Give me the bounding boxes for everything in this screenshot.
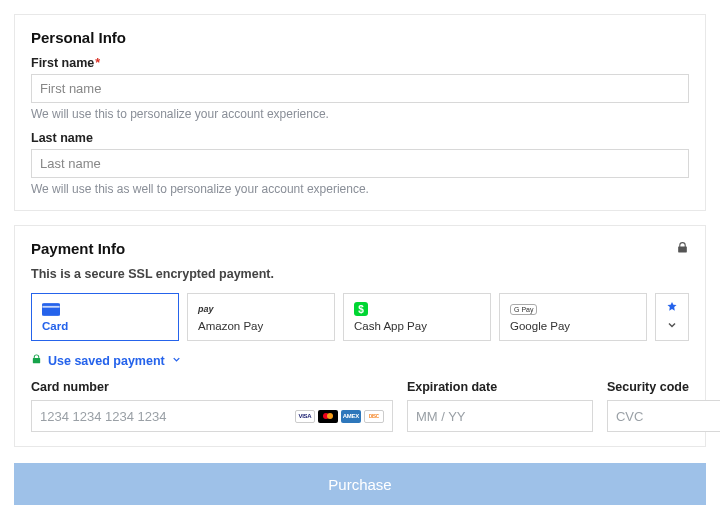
amex-icon: AMEX [341,410,361,423]
card-brand-icons: VISA AMEX DISC [295,410,384,423]
ssl-note: This is a secure SSL encrypted payment. [31,267,274,281]
first-name-label-text: First name [31,56,94,70]
card-number-field: Card number VISA AMEX DISC [31,380,393,432]
google-pay-icon: G Pay [510,302,636,316]
first-name-input[interactable] [31,74,689,103]
lock-icon [676,240,689,258]
alipay-icon [666,300,678,315]
use-saved-payment-link[interactable]: Use saved payment [31,353,689,368]
chevron-down-icon [666,319,678,334]
first-name-field: First name* We will use this to personal… [31,56,689,121]
personal-info-title: Personal Info [31,29,689,46]
personal-info-section: Personal Info First name* We will use th… [14,14,706,211]
svg-rect-0 [42,303,60,315]
amazon-pay-icon: pay [198,302,324,316]
svg-rect-1 [42,305,60,307]
card-number-input-wrap[interactable]: VISA AMEX DISC [31,400,393,432]
expiration-input-wrap[interactable] [407,400,593,432]
expiration-label: Expiration date [407,380,593,394]
first-name-label: First name* [31,56,689,70]
payment-method-cashapp-label: Cash App Pay [354,320,480,332]
last-name-label: Last name [31,131,689,145]
last-name-field: Last name We will use this as well to pe… [31,131,689,196]
use-saved-payment-text: Use saved payment [48,354,165,368]
payment-method-card[interactable]: Card [31,293,179,341]
payment-method-amazon-label: Amazon Pay [198,320,324,332]
payment-method-google-label: Google Pay [510,320,636,332]
cashapp-icon: $ [354,302,480,316]
mastercard-icon [318,410,338,423]
payment-method-google[interactable]: G Pay Google Pay [499,293,647,341]
first-name-help: We will use this to personalize your acc… [31,107,689,121]
chevron-down-icon [171,354,182,368]
payment-method-more[interactable] [655,293,689,341]
lock-green-icon [31,353,42,368]
cvc-input[interactable] [616,409,720,424]
card-number-label: Card number [31,380,393,394]
expiration-field: Expiration date [407,380,593,432]
cvc-field: Security code 123 [607,380,720,432]
cvc-input-wrap[interactable]: 123 [607,400,720,432]
discover-icon: DISC [364,410,384,423]
credit-card-icon [42,302,168,316]
card-details-row: Card number VISA AMEX DISC Expiration da… [31,380,689,432]
visa-icon: VISA [295,410,315,423]
cvc-label: Security code [607,380,720,394]
card-number-input[interactable] [40,409,295,424]
payment-methods: Card pay Amazon Pay $ Cash App Pay G Pay… [31,293,689,341]
payment-info-section: Payment Info This is a secure SSL encryp… [14,225,706,447]
last-name-help: We will use this as well to personalize … [31,182,689,196]
required-asterisk: * [95,56,100,70]
last-name-input[interactable] [31,149,689,178]
payment-method-amazon[interactable]: pay Amazon Pay [187,293,335,341]
payment-method-card-label: Card [42,320,168,332]
purchase-button[interactable]: Purchase [14,463,706,505]
payment-info-title: Payment Info [31,240,274,257]
expiration-input[interactable] [416,409,584,424]
payment-method-cashapp[interactable]: $ Cash App Pay [343,293,491,341]
